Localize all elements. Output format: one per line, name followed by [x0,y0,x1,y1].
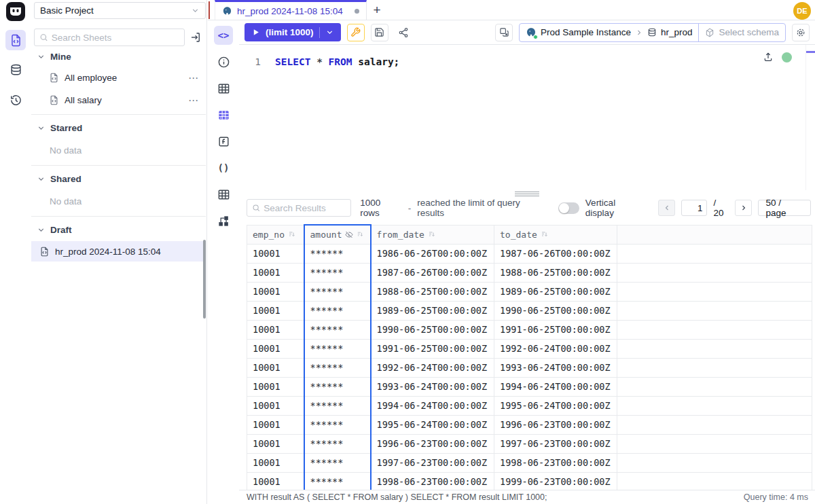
project-select[interactable]: Basic Project [34,2,206,19]
prev-page-button[interactable] [658,200,676,216]
column-header-to-date[interactable]: to_date [494,225,617,244]
table-cell[interactable]: 1989-06-25T00:00:00Z [371,301,494,320]
save-sheet-button[interactable] [371,24,388,41]
table-cell[interactable]: ****** [304,415,371,434]
table-cell[interactable]: ****** [304,244,371,263]
rail-history-button[interactable] [5,90,26,110]
rail-sheets-button[interactable] [5,30,26,50]
table-cell[interactable]: 1991-06-25T00:00:00Z [371,339,494,358]
table-cell[interactable]: 1997-06-23T00:00:00Z [371,453,494,472]
batch-query-button[interactable] [495,24,513,41]
schema-selector[interactable]: Select schema [698,24,785,41]
rail-databases-button[interactable] [5,60,26,80]
column-header-amount[interactable]: amount [304,225,371,244]
editor-scrollbar[interactable] [805,45,806,190]
table-cell[interactable]: 10001 [247,453,304,472]
sort-icon[interactable] [357,230,364,238]
rail-info-button[interactable] [214,52,233,71]
rail-functions-button[interactable] [214,132,233,151]
table-cell[interactable]: 1988-06-25T00:00:00Z [371,282,494,301]
rail-tables-button[interactable] [214,79,233,98]
sheet-item-all-salary[interactable]: All salary ⋯ [31,89,206,111]
table-cell[interactable]: 1996-06-23T00:00:00Z [371,434,494,453]
table-cell[interactable]: 10001 [247,244,304,263]
database-selector[interactable]: Prod Sample Instance hr_prod [520,27,698,38]
table-cell[interactable]: 1988-06-25T00:00:00Z [494,263,617,282]
rail-sample-data-button[interactable] [214,105,233,124]
rail-code-button[interactable]: <> [214,26,233,45]
table-cell[interactable]: 10001 [247,472,304,491]
table-cell[interactable]: 10001 [247,282,304,301]
table-cell[interactable]: 10001 [247,377,304,396]
section-draft[interactable]: Draft [31,219,206,240]
run-query-button[interactable]: (limit 1000) [244,23,341,41]
results-search-box[interactable] [247,199,351,217]
table-cell[interactable]: 1992-06-24T00:00:00Z [494,339,617,358]
column-header-emp-no[interactable]: emp_no [247,225,304,244]
table-cell[interactable]: 1998-06-23T00:00:00Z [371,472,494,491]
chevron-down-icon[interactable] [325,28,334,37]
sheet-item-all-employee[interactable]: All employee ⋯ [31,67,206,89]
table-cell[interactable]: 10001 [247,415,304,434]
sheet-item-draft-hr-prod[interactable]: hr_prod 2024-11-08 15:04 [31,241,206,262]
table-cell[interactable]: 1994-06-24T00:00:00Z [371,396,494,415]
table-cell[interactable]: 1996-06-23T00:00:00Z [494,415,617,434]
section-shared[interactable]: Shared [31,168,206,189]
user-avatar[interactable]: DE [793,2,811,20]
import-sheet-icon[interactable] [189,31,202,43]
section-starred[interactable]: Starred [31,118,206,138]
table-cell[interactable]: 1993-06-24T00:00:00Z [371,377,494,396]
vertical-display-toggle[interactable] [558,202,579,214]
table-cell[interactable]: 1993-06-24T00:00:00Z [494,358,617,377]
table-cell[interactable]: ****** [304,320,371,339]
table-cell[interactable]: 1992-06-24T00:00:00Z [371,358,494,377]
table-cell[interactable]: ****** [304,377,371,396]
more-actions-icon[interactable]: ⋯ [188,94,199,107]
column-header-from-date[interactable]: from_date [371,225,494,244]
table-cell[interactable]: 1987-06-26T00:00:00Z [494,244,617,263]
sort-icon[interactable] [541,230,549,238]
table-cell[interactable]: 1987-06-26T00:00:00Z [371,263,494,282]
table-cell[interactable]: ****** [304,434,371,453]
rail-brackets-button[interactable]: () [214,158,233,177]
table-cell[interactable]: 10001 [247,396,304,415]
ai-assistant-button[interactable] [792,24,810,41]
tab-hr-prod[interactable]: hr_prod 2024-11-08 15:04 [215,0,367,20]
table-cell[interactable]: ****** [304,339,371,358]
sheet-search-input[interactable] [52,33,179,43]
sheet-search-box[interactable] [34,29,185,46]
table-cell[interactable]: ****** [304,263,371,282]
table-cell[interactable]: 1995-06-24T00:00:00Z [371,415,494,434]
table-cell[interactable]: 1990-06-25T00:00:00Z [494,301,617,320]
sql-editor[interactable]: 1 SELECT * FROM salary; [239,45,815,190]
table-cell[interactable]: 1994-06-24T00:00:00Z [494,377,617,396]
table-cell[interactable]: ****** [304,453,371,472]
page-size-select[interactable]: 50 / page [758,200,811,216]
bytebase-logo[interactable] [5,1,26,22]
table-cell[interactable]: ****** [304,472,371,491]
table-cell[interactable]: 10001 [247,358,304,377]
share-sheet-button[interactable] [395,24,412,41]
sort-icon[interactable] [428,230,436,238]
table-cell[interactable]: 10001 [247,320,304,339]
page-number-input[interactable] [681,200,707,216]
table-cell[interactable]: 10001 [247,434,304,453]
table-cell[interactable]: 10001 [247,339,304,358]
table-cell[interactable]: ****** [304,358,371,377]
rail-table2-button[interactable] [214,185,233,204]
panel-splitter[interactable] [239,190,815,197]
table-cell[interactable]: 1997-06-23T00:00:00Z [494,434,617,453]
results-search-input[interactable] [264,203,346,213]
table-cell[interactable]: ****** [304,301,371,320]
new-tab-button[interactable]: + [367,0,387,20]
table-cell[interactable]: 10001 [247,263,304,282]
rail-schema-diagram-button[interactable] [214,211,233,230]
section-mine[interactable]: Mine [31,46,206,67]
sidebar-scrollbar[interactable] [203,240,206,319]
table-cell[interactable]: 1986-06-26T00:00:00Z [371,244,494,263]
sort-icon[interactable] [288,230,296,238]
more-actions-icon[interactable]: ⋯ [188,72,199,84]
table-cell[interactable]: ****** [304,396,371,415]
table-cell[interactable]: 1995-06-24T00:00:00Z [494,396,617,415]
table-cell[interactable]: 10001 [247,301,304,320]
